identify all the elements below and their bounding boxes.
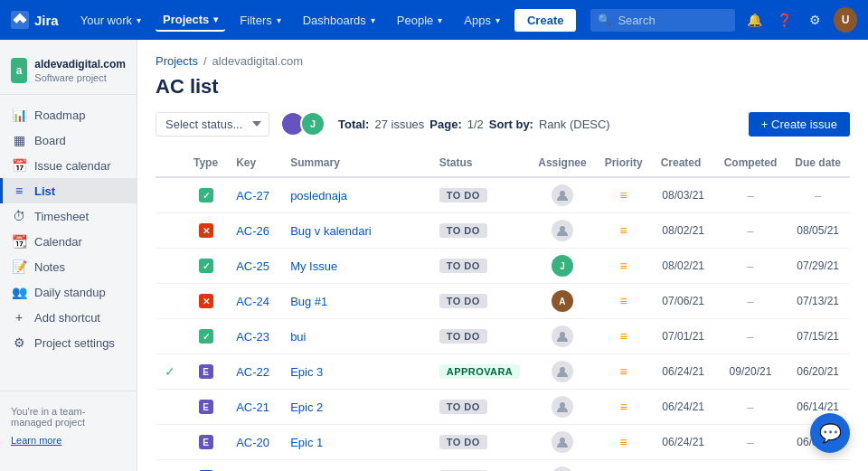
issue-link[interactable]: Epic 2 <box>290 400 323 414</box>
col-header-status[interactable]: Status <box>430 149 529 177</box>
col-header-type[interactable]: Type <box>184 149 227 177</box>
assignee-avatar <box>552 220 573 241</box>
col-header-priority[interactable]: Priority <box>596 149 652 177</box>
cell-competed: – <box>715 390 787 425</box>
issue-link[interactable]: Bug #1 <box>290 295 327 308</box>
search-input[interactable] <box>590 9 735 32</box>
table-row: ✓AC-23buiTO DO≡07/01/21–07/15/21 <box>156 319 850 354</box>
sidebar-item-calendar[interactable]: 📆 Calendar <box>0 229 137 254</box>
sidebar-item-label: Calendar <box>34 235 82 249</box>
cell-created: 06/24/21 <box>652 354 715 390</box>
help-icon[interactable]: ❓ <box>773 7 797 33</box>
nav-filters[interactable]: Filters▾ <box>232 10 288 31</box>
type-icon-epic: E <box>199 400 213 414</box>
col-header-competed[interactable]: Competed <box>715 149 787 177</box>
user-avatar[interactable]: U <box>834 7 857 33</box>
issue-link[interactable]: My Issue <box>290 259 337 273</box>
type-icon-story: ✓ <box>199 188 213 203</box>
assignee-avatars: J <box>278 111 326 137</box>
cell-priority: ≡ <box>596 354 652 390</box>
project-avatar: a <box>11 58 27 83</box>
col-header-key[interactable]: Key <box>227 149 281 177</box>
chat-bubble[interactable]: 💬 <box>810 413 850 453</box>
cell-resolved <box>156 177 184 213</box>
assignee-avatar-2[interactable]: J <box>300 111 326 137</box>
dashboards-chevron: ▾ <box>371 15 375 25</box>
cell-created: 06/24/21 <box>652 390 715 425</box>
issue-key[interactable]: AC-20 <box>236 436 269 449</box>
nav-create-button[interactable]: Create <box>514 9 576 32</box>
sidebar-item-list[interactable]: ≡ List <box>0 178 137 203</box>
cell-assignee <box>529 354 595 390</box>
nav-apps[interactable]: Apps▾ <box>457 10 507 31</box>
issue-key[interactable]: AC-21 <box>236 400 269 414</box>
create-issue-button[interactable]: + Create issue <box>749 112 850 137</box>
cell-type: ✕ <box>184 213 227 249</box>
status-select[interactable]: Select status... <box>156 112 269 137</box>
assignee-avatar: J <box>552 255 573 277</box>
cell-priority: ≡ <box>596 390 652 425</box>
nav-logo[interactable]: Jira <box>11 11 59 29</box>
table-row: ✓EAC-22Epic 3APPROVARA≡06/24/2109/20/210… <box>156 354 850 390</box>
breadcrumb: Projects / aldevadigital.com <box>156 54 850 68</box>
learn-more-link[interactable]: Learn more <box>0 435 137 453</box>
nav-projects[interactable]: Projects▾ <box>156 9 225 32</box>
sidebar-item-daily-standup[interactable]: 👥 Daily standup <box>0 279 137 305</box>
cell-type: E <box>184 425 227 460</box>
cell-summary: subtask 3 <box>281 460 430 472</box>
issue-link[interactable]: Bug v kalendari <box>290 224 372 238</box>
cell-key: AC-26 <box>227 213 281 249</box>
cell-status: TO DO <box>430 425 529 460</box>
nav-your-work[interactable]: Your work▾ <box>73 10 148 31</box>
notifications-icon[interactable]: 🔔 <box>742 7 766 33</box>
priority-icon: ≡ <box>620 259 627 273</box>
settings-icon[interactable]: ⚙ <box>804 7 827 33</box>
assignee-avatar: A <box>552 290 573 312</box>
cell-assignee <box>529 390 595 425</box>
issue-link[interactable]: poslednaja <box>290 189 347 203</box>
status-badge: TO DO <box>439 188 487 203</box>
cell-created: 08/02/21 <box>652 249 715 284</box>
assignee-avatar <box>552 466 573 471</box>
assignee-avatar <box>552 184 573 206</box>
issue-key[interactable]: AC-23 <box>236 330 269 344</box>
col-header-due[interactable]: Due date <box>786 149 850 177</box>
sidebar-item-label: Notes <box>34 260 65 274</box>
nav-dashboards[interactable]: Dashboards▾ <box>296 10 382 31</box>
cell-competed: – <box>715 284 787 319</box>
projects-chevron: ▾ <box>213 14 218 24</box>
issue-link[interactable]: Epic 3 <box>290 365 323 379</box>
sidebar-item-add-shortcut[interactable]: + Add shortcut <box>0 305 137 330</box>
sidebar-item-board[interactable]: ▦ Board <box>0 127 137 153</box>
issue-key[interactable]: AC-25 <box>236 259 269 273</box>
cell-resolved <box>156 319 184 354</box>
table-row: ✓AC-25My IssueTO DOJ≡08/02/21–07/29/21 <box>156 249 850 284</box>
sidebar-item-project-settings[interactable]: ⚙ Project settings <box>0 330 137 355</box>
sort-label: Sort by: <box>489 118 533 131</box>
cell-due: 07/29/21 <box>786 249 850 284</box>
col-header-assignee[interactable]: Assignee <box>529 149 595 177</box>
nav-people[interactable]: People▾ <box>390 10 449 31</box>
issue-link[interactable]: Epic 1 <box>290 436 323 449</box>
sidebar-item-issue-calendar[interactable]: 📅 Issue calendar <box>0 153 137 178</box>
col-header-summary[interactable]: Summary <box>281 149 430 177</box>
assignee-avatar <box>552 361 573 382</box>
issue-key[interactable]: AC-24 <box>236 295 269 308</box>
sidebar-item-notes[interactable]: 📝 Notes <box>0 254 137 279</box>
cell-resolved: ✓ <box>156 354 184 390</box>
breadcrumb-projects[interactable]: Projects <box>156 54 198 68</box>
search-icon: 🔍 <box>598 14 611 26</box>
calendar-icon: 📆 <box>11 234 27 249</box>
apps-chevron: ▾ <box>495 15 500 25</box>
sidebar-item-timesheet[interactable]: ⏱ Timesheet <box>0 203 137 229</box>
issue-key[interactable]: AC-26 <box>236 224 269 238</box>
sidebar-item-roadmap[interactable]: 📊 Roadmap <box>0 102 137 127</box>
cell-priority: ≡ <box>596 425 652 460</box>
issue-calendar-icon: 📅 <box>11 158 27 173</box>
col-header-created[interactable]: Created <box>652 149 715 177</box>
issue-key[interactable]: AC-22 <box>236 365 269 379</box>
issue-key[interactable]: AC-27 <box>236 189 269 203</box>
cell-resolved <box>156 460 184 472</box>
cell-created: 07/01/21 <box>652 319 715 354</box>
issue-link[interactable]: bui <box>290 330 306 344</box>
